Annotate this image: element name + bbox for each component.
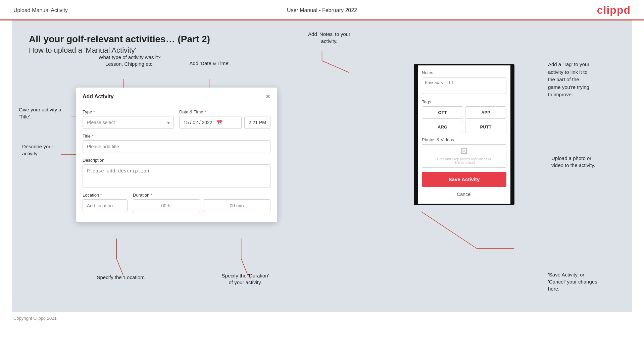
- photo-icon: 🖼: [460, 147, 468, 156]
- type-select[interactable]: Please select: [83, 116, 174, 129]
- tags-section-label: Tags: [422, 99, 506, 104]
- footer: Copyright Clippd 2021: [0, 312, 644, 324]
- page-subtitle: How to upload a 'Manual Activity': [29, 46, 615, 55]
- notes-section-label: Notes: [422, 70, 506, 75]
- title-field-label: Title *: [83, 134, 270, 139]
- photos-upload-text: Drag and Drop photos and videos or click…: [437, 157, 491, 165]
- form-row-type-datetime: Type * Please select Date & Time * 15: [83, 109, 270, 129]
- annotation-date-time: Add 'Date & Time'.: [177, 60, 244, 67]
- form-group-location: Location *: [83, 193, 128, 212]
- annotation-notes: Add 'Notes' to youractivity.: [287, 31, 371, 45]
- form-group-duration: Duration *: [133, 193, 270, 212]
- manual-label: User Manual - February 2022: [287, 7, 357, 13]
- datetime-label: Date & Time *: [179, 109, 270, 114]
- duration-group: [133, 199, 270, 212]
- calendar-icon: 📅: [216, 120, 222, 125]
- photos-section-label: Photos & Videos: [422, 137, 506, 142]
- svg-line-13: [322, 61, 349, 72]
- location-input[interactable]: [83, 199, 128, 212]
- modal-close-button[interactable]: ✕: [265, 93, 270, 100]
- date-input[interactable]: 15 / 02 / 2022 📅: [179, 116, 242, 129]
- annotation-location: Specify the 'Location'.: [84, 274, 158, 281]
- tag-ott[interactable]: OTT: [422, 106, 463, 119]
- duration-label: Duration *: [133, 193, 270, 198]
- form-row-description: Description: [83, 158, 270, 188]
- modal-title: Add Activity: [83, 94, 114, 100]
- location-label: Location *: [83, 193, 128, 198]
- tags-grid: OTT APP ARG PUTT: [422, 106, 506, 133]
- svg-line-9: [116, 259, 123, 275]
- form-group-datetime: Date & Time * 15 / 02 / 2022 📅 2:21 PM: [179, 109, 270, 129]
- title-input[interactable]: [83, 140, 270, 153]
- notes-textarea[interactable]: [422, 77, 506, 94]
- annotation-describe: Describe youractivity.: [22, 143, 72, 157]
- logo: clippd: [597, 4, 631, 16]
- date-value: 15 / 02 / 2022: [184, 120, 212, 125]
- tag-putt[interactable]: PUTT: [465, 121, 506, 133]
- modal-header: Add Activity ✕: [76, 88, 277, 104]
- page-label: Upload Manual Activity: [13, 7, 68, 13]
- annotation-upload: Upload a photo orvideo to the activity.: [551, 155, 625, 169]
- annotation-duration: Specify the 'Duration'of your activity.: [205, 272, 286, 286]
- annotation-tag: Add a 'Tag' to youractivity to link it t…: [548, 61, 625, 99]
- mobile-panel: Notes Tags OTT APP ARG PUTT Photos & Vid…: [414, 64, 514, 205]
- form-row-location-duration: Location * Duration *: [83, 193, 270, 212]
- top-bar: Upload Manual Activity User Manual - Feb…: [0, 0, 644, 20]
- form-group-type: Type * Please select: [83, 109, 174, 129]
- tag-arg[interactable]: ARG: [422, 121, 463, 133]
- time-value: 2:21 PM: [249, 120, 266, 125]
- photos-upload-area[interactable]: 🖼 Drag and Drop photos and videos or cli…: [422, 144, 506, 168]
- main-content: All your golf-relevant activities… (Part…: [12, 20, 632, 312]
- annotation-title: Give your activity a'Title'.: [19, 106, 76, 120]
- time-input[interactable]: 2:21 PM: [244, 116, 270, 129]
- form-group-title: Title *: [83, 134, 270, 153]
- description-label: Description: [83, 158, 270, 163]
- type-select-wrapper: Please select: [83, 116, 174, 129]
- description-textarea[interactable]: [83, 164, 270, 188]
- duration-min-input[interactable]: [203, 199, 270, 212]
- footer-text: Copyright Clippd 2021: [13, 316, 57, 321]
- form-row-title: Title *: [83, 134, 270, 153]
- datetime-group: 15 / 02 / 2022 📅 2:21 PM: [179, 116, 270, 129]
- svg-line-19: [422, 212, 477, 249]
- tag-app[interactable]: APP: [465, 106, 506, 119]
- duration-hr-input[interactable]: [133, 199, 200, 212]
- modal-body: Type * Please select Date & Time * 15: [76, 104, 277, 222]
- annotation-activity-type: What type of activity was it?Lesson, Chi…: [86, 54, 173, 67]
- save-activity-button[interactable]: Save Activity: [422, 172, 506, 187]
- cancel-link[interactable]: Cancel: [422, 190, 506, 199]
- annotation-save-cancel: 'Save Activity' or'Cancel' your changesh…: [548, 271, 629, 292]
- type-label: Type *: [83, 109, 174, 114]
- form-group-description: Description: [83, 158, 270, 188]
- add-activity-modal: Add Activity ✕ Type * Please select: [76, 88, 277, 222]
